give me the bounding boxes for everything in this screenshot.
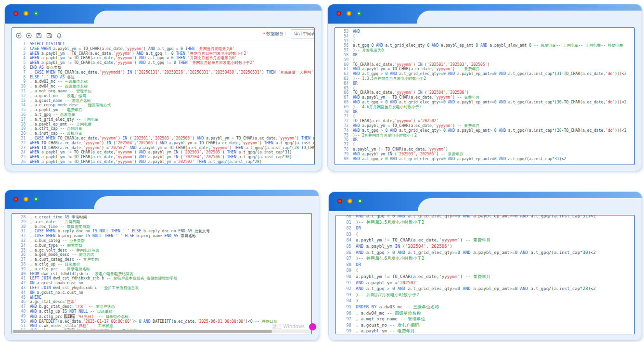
code-line: 80AND a.t_gpq > 0 AND a.t_grid_elec_qty>…: [335, 157, 634, 162]
code-line-text: (: [353, 142, 634, 147]
code-line-text: , b.rec_time -- 项目备案日期: [30, 225, 311, 229]
code-line: 86AND a.t_gpq > 0 AND a.t_grid_elec_qty>…: [336, 250, 634, 256]
code-line: 31, CASE WHEN b.reply_doc_no IS NULL THE…: [12, 229, 311, 234]
code-line-text: AND a.paybl_ym = TO_CHAR(a.ec_date,'yyyy…: [353, 124, 634, 128]
line-number: 29: [12, 220, 30, 225]
scrollbar-thumb[interactable]: [13, 330, 272, 333]
line-number: 51: [12, 324, 30, 329]
code-area[interactable]: 53AND54(55(56a.t_gpq=0 AND a.t_grid_elec…: [335, 28, 634, 161]
code-line: 42ON a.gcust_no=b.cust_no: [12, 281, 311, 286]
code-line-text: AND a.t_gpq > 0 AND a.t_grid_elec_qty>=0…: [353, 72, 634, 76]
window-titlebar[interactable]: [328, 4, 642, 24]
code-area[interactable]: 80AND a.t_gpq > 0 AND a.t_grid_elec_qty>…: [336, 215, 634, 334]
code-line: 71(: [335, 114, 634, 119]
line-number: 37: [12, 257, 30, 262]
line-number: 47: [12, 304, 30, 309]
code-line: 48AND a.ctlg_up IS NOT NULL -- 目录单价: [12, 309, 311, 314]
code-line-text: AND c.wk_order_stat='归档' -- 工单状态: [30, 324, 311, 329]
line-number: 7: [12, 70, 30, 75]
close-button[interactable]: [336, 11, 341, 16]
code-line: 95ORDER BY a.dw03_mc -- 三级单位名称: [336, 304, 634, 310]
horizontal-scrollbar[interactable]: [13, 329, 311, 333]
code-line-text: , a.dw04_mc -- 四级单位名称: [30, 84, 314, 89]
close-button[interactable]: [13, 197, 18, 202]
minimize-button[interactable]: [347, 11, 351, 16]
maximize-button[interactable]: [358, 199, 362, 203]
line-number: 67: [335, 95, 353, 100]
line-number: 63: [335, 76, 353, 81]
code-line-text: , a.dw04_mc -- 四级单位名称: [356, 310, 634, 317]
line-number: 84: [336, 237, 356, 243]
maximize-button[interactable]: [34, 11, 39, 16]
window-titlebar[interactable]: [5, 190, 319, 209]
line-number: 76: [335, 138, 353, 142]
code-line-text: a.paybl_ym != TO_CHAR(a.ec_date,'yyyymm'…: [353, 147, 634, 152]
data-service-select[interactable]: 审计中间表: [291, 29, 314, 38]
code-line-text: , a.ec_date -- 并网日期: [30, 220, 311, 225]
code-line: 54(: [335, 34, 634, 39]
code-line: 2CASE WHEN a.paybl_ym = TO_CHAR(a.ec_dat…: [12, 47, 314, 51]
code-line-text: WHEN TO_CHAR(a.ec_date,'yyyymm') ='20250…: [30, 146, 314, 151]
run-icon[interactable]: [16, 31, 22, 37]
line-number: 19: [12, 127, 30, 131]
line-number: 82: [336, 225, 356, 231]
toolbar-icons: [16, 31, 62, 37]
code-line-text: OR: [356, 262, 634, 268]
window-titlebar[interactable]: [5, 4, 322, 24]
line-number: 3: [12, 51, 30, 56]
code-area[interactable]: 28, c.creat_time AS 申请时间29, a.ec_date --…: [12, 214, 311, 333]
code-line: 19, a.ctrt_cap -- 合同容量: [12, 127, 314, 131]
line-number: 36: [12, 253, 30, 257]
code-line-text: , CASE WHEN b.reply_doc_no IS NULL THEN …: [30, 229, 311, 234]
save-as-icon[interactable]: [46, 31, 52, 37]
line-number: 86: [336, 250, 356, 256]
code-line: 69)-- 4.6月并网且当月发电小时数小于2: [335, 105, 634, 110]
save-icon[interactable]: [36, 31, 42, 37]
close-button[interactable]: [337, 199, 342, 203]
line-number: 75: [335, 133, 353, 138]
line-number: 79: [335, 152, 353, 157]
line-number: 72: [335, 119, 353, 124]
line-number: 17: [12, 117, 30, 122]
record-icon[interactable]: [26, 31, 32, 37]
code-line: 94): [336, 298, 634, 304]
code-line: 81)-- 并网后3.5月发电小时数小于2: [336, 219, 634, 226]
activate-windows-watermark: 激活 Windows: [272, 323, 305, 330]
line-number: 53: [335, 29, 353, 34]
line-number: 68: [335, 100, 353, 105]
code-line: 65(: [335, 86, 634, 91]
line-number: 30: [12, 225, 30, 229]
code-line: 13, a.gcust_name -- 发电户名称: [12, 99, 314, 103]
code-line-text: ORDER BY a.dw03_mc -- 三级单位名称: [356, 304, 634, 310]
code-line-text: , a.paybl_ym -- 电费年月: [30, 108, 314, 113]
code-line-text: (: [353, 34, 634, 39]
line-number: 59: [335, 58, 353, 63]
line-number: 80: [336, 215, 356, 219]
close-button[interactable]: [13, 11, 18, 16]
code-line-text: ON a.gcust_no=b.cust_no: [30, 281, 311, 286]
code-line-text: , a.t_grid_elec_qty -- 上网电量: [30, 117, 314, 122]
code-panel: 53AND54(55(56a.t_gpq=0 AND a.t_grid_elec…: [335, 27, 635, 165]
code-line-text: , a.gcust_no -- 发电户编码: [30, 94, 314, 99]
maximize-button[interactable]: [34, 197, 39, 202]
window-titlebar[interactable]: [329, 192, 642, 211]
code-area[interactable]: 1SELECT DISTINCT2CASE WHEN a.paybl_ym = …: [12, 40, 314, 165]
minimize-button[interactable]: [348, 199, 352, 203]
maximize-button[interactable]: [357, 11, 361, 16]
code-line-text: )-- 并网后2月发电小时数小于2: [356, 292, 634, 298]
code-line-text: AND a.paybl_ym = TO_CHAR(a.ec_date,'yyyy…: [353, 67, 634, 72]
code-line: 49AND a.ctlg_prc LIKE '%(光伏)' -- 目录电价名称: [12, 314, 311, 319]
code-line: 4WHEN a.paybl_ym != TO_CHAR(a.ec_date,'y…: [12, 56, 314, 61]
line-number: 66: [335, 90, 353, 95]
code-line: 9, a.dw03_mc -- 三级单位名称: [12, 79, 314, 84]
line-number: 71: [335, 114, 353, 119]
code-line: 64OR: [335, 81, 634, 86]
bell-icon[interactable]: [56, 31, 62, 37]
code-line-text: , a.dw03_mc -- 三级单位名称: [30, 79, 314, 84]
line-number: 1: [12, 42, 30, 47]
minimize-button[interactable]: [24, 11, 28, 16]
line-number: 90: [336, 274, 356, 280]
minimize-button[interactable]: [24, 197, 28, 202]
code-line-text: END AS 疑点类型: [30, 65, 314, 70]
line-number: 15: [12, 108, 30, 113]
